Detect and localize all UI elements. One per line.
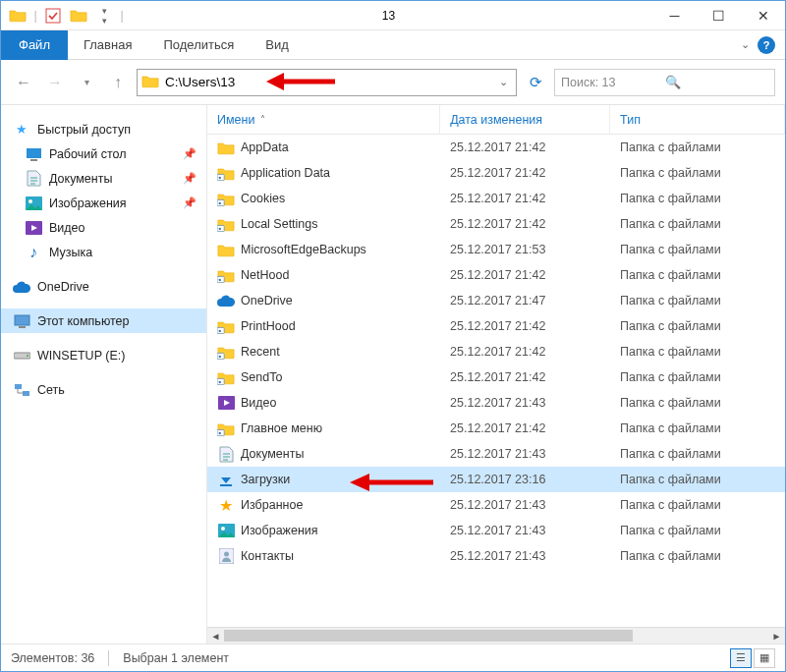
sidebar-item-Музыка[interactable]: ♪Музыка [1,240,206,264]
file-row[interactable]: Главное меню25.12.2017 21:42Папка с файл… [207,416,785,441]
sidebar-item-Изображения[interactable]: Изображения📌 [1,191,206,215]
file-row[interactable]: OneDrive25.12.2017 21:47Папка с файлами [207,288,785,313]
qat-dropdown[interactable]: ▾▾ [93,5,115,27]
file-row[interactable]: Загрузки25.12.2017 23:16Папка с файлами [207,467,785,492]
sidebar-drive[interactable]: WINSETUP (E:) [1,343,206,367]
file-row[interactable]: Application Data25.12.2017 21:42Папка с … [207,160,785,186]
file-name: Изображения [241,524,318,537]
file-date: 25.12.2017 21:53 [440,243,610,256]
video-icon [25,219,42,237]
file-date: 25.12.2017 21:42 [440,370,610,384]
file-row[interactable]: Документы25.12.2017 21:43Папка с файлами [207,441,785,467]
annotation-arrow-address [266,70,335,93]
tab-view[interactable]: Вид [250,30,305,60]
sidebar-network[interactable]: Сеть [1,377,206,402]
file-row[interactable]: Изображения25.12.2017 21:43Папка с файла… [207,518,785,543]
file-tab[interactable]: Файл [1,30,68,60]
file-type: Папка с файлами [610,243,785,256]
tab-home[interactable]: Главная [68,30,147,60]
file-name: Загрузки [241,473,290,486]
file-type: Папка с файлами [610,319,785,333]
properties-icon[interactable] [42,5,64,27]
svg-rect-2 [30,159,37,161]
file-date: 25.12.2017 23:16 [440,473,610,486]
svg-rect-0 [46,9,60,23]
view-details-button[interactable]: ☰ [730,648,752,668]
download-icon [217,471,235,488]
folder-sc-icon [217,343,235,361]
folder-sc-icon [217,266,235,284]
address-dropdown-icon[interactable]: ⌄ [494,76,512,88]
back-button[interactable]: ← [11,70,36,95]
status-count: Элементов: 36 [11,651,94,665]
file-row[interactable]: NetHood25.12.2017 21:42Папка с файлами [207,262,785,288]
forward-button[interactable]: → [42,70,68,95]
file-row[interactable]: Видео25.12.2017 21:43Папка с файлами [207,390,785,416]
status-selected: Выбран 1 элемент [123,651,229,665]
refresh-button[interactable]: ⟳ [523,70,548,95]
column-name[interactable]: Имени˄ [207,105,440,134]
file-type: Папка с файлами [610,421,785,435]
search-placeholder: Поиск: 13 [561,76,665,89]
horizontal-scrollbar[interactable]: ◄ ► [207,627,785,644]
svg-point-9 [27,355,28,357]
file-row[interactable]: SendTo25.12.2017 21:42Папка с файлами [207,364,785,390]
tab-share[interactable]: Поделиться [147,30,250,60]
minimize-button[interactable]: ─ [652,1,697,30]
svg-rect-7 [19,326,26,328]
column-date[interactable]: Дата изменения [440,105,610,134]
recent-dropdown[interactable]: ▾ [74,70,99,95]
file-name: OneDrive [241,294,293,308]
svg-rect-21 [220,484,232,486]
file-date: 25.12.2017 21:42 [440,421,610,435]
nav-sidebar: ★ Быстрый доступ Рабочий стол📌Документы📌… [1,105,207,644]
video-icon [217,394,235,412]
sidebar-this-pc[interactable]: Этот компьютер [1,308,206,333]
svg-point-25 [224,552,229,557]
pc-icon [13,312,30,330]
view-icons-button[interactable]: ▦ [754,648,775,668]
folder-icon [217,241,235,258]
sidebar-item-Документы[interactable]: Документы📌 [1,166,206,191]
help-icon[interactable]: ? [758,36,775,54]
file-row[interactable]: MicrosoftEdgeBackups25.12.2017 21:53Папк… [207,237,785,262]
file-type: Папка с файлами [610,524,785,537]
drive-icon [13,347,30,364]
star-icon: ★ [217,496,235,514]
file-row[interactable]: Local Settings25.12.2017 21:42Папка с фа… [207,211,785,237]
close-button[interactable]: ✕ [741,1,785,30]
star-icon: ★ [13,121,30,139]
svg-point-4 [28,199,32,203]
up-button[interactable]: ↑ [105,70,131,95]
sidebar-quick-access[interactable]: ★ Быстрый доступ [1,117,206,141]
file-name: Документы [241,447,304,461]
sidebar-onedrive[interactable]: OneDrive [1,274,206,299]
pic-icon [25,195,42,212]
file-date: 25.12.2017 21:42 [440,166,610,180]
ribbon-expand-icon[interactable]: ⌄ [741,38,750,51]
file-date: 25.12.2017 21:42 [440,192,610,205]
file-row[interactable]: Контакты25.12.2017 21:43Папка с файлами [207,543,785,569]
maximize-button[interactable]: ☐ [697,1,741,30]
file-type: Папка с файлами [610,192,785,205]
pin-icon: 📌 [183,172,196,185]
file-type: Папка с файлами [610,294,785,308]
sidebar-item-Видео[interactable]: Видео [1,215,206,240]
column-type[interactable]: Тип [610,105,785,134]
file-row[interactable]: Recent25.12.2017 21:42Папка с файлами [207,339,785,364]
file-type: Папка с файлами [610,549,785,563]
file-name: PrintHood [241,319,296,333]
sidebar-item-Рабочий стол[interactable]: Рабочий стол📌 [1,141,206,166]
scroll-right-icon[interactable]: ► [768,631,785,642]
file-name: Видео [241,396,277,410]
file-row[interactable]: ★Избранное25.12.2017 21:43Папка с файлам… [207,492,785,518]
file-row[interactable]: Cookies25.12.2017 21:42Папка с файлами [207,186,785,211]
file-type: Папка с файлами [610,166,785,180]
file-row[interactable]: PrintHood25.12.2017 21:42Папка с файлами [207,313,785,339]
svg-point-23 [221,527,225,531]
search-box[interactable]: Поиск: 13 🔍 [554,69,775,96]
window-title: 13 [125,9,652,23]
file-row[interactable]: AppData25.12.2017 21:42Папка с файлами [207,135,785,160]
pin-icon: 📌 [183,196,196,209]
scroll-left-icon[interactable]: ◄ [207,631,224,642]
